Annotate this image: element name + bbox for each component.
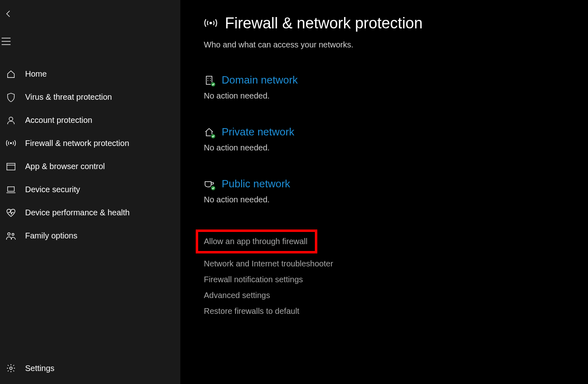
- back-button[interactable]: [3, 4, 23, 24]
- advanced-settings-link[interactable]: Advanced settings: [204, 287, 270, 303]
- network-status: No action needed.: [204, 91, 588, 101]
- public-network-link[interactable]: Public network: [222, 178, 290, 190]
- sidebar-item-app-browser[interactable]: App & browser control: [0, 155, 180, 178]
- domain-network-link[interactable]: Domain network: [222, 74, 298, 86]
- svg-point-8: [8, 233, 10, 235]
- sidebar-item-virus[interactable]: Virus & threat protection: [0, 86, 180, 109]
- network-status: No action needed.: [204, 143, 588, 152]
- sidebar-item-label: Home: [25, 69, 47, 79]
- network-head: Domain network: [204, 74, 588, 86]
- sidebar-item-label: Device security: [25, 185, 80, 194]
- allow-app-link[interactable]: Allow an app through firewall: [204, 237, 308, 246]
- antenna-icon: [6, 138, 16, 149]
- sidebar-item-label: Family options: [25, 231, 77, 240]
- check-badge-icon: [211, 134, 216, 139]
- notification-settings-link[interactable]: Firewall notification settings: [204, 272, 303, 287]
- highlight-allow-app: Allow an app through firewall: [196, 230, 317, 253]
- svg-point-10: [10, 367, 12, 369]
- check-badge-icon: [211, 82, 216, 87]
- network-head: Private network: [204, 126, 588, 138]
- house-icon: [204, 127, 214, 137]
- sidebar-item-label: Firewall & network protection: [25, 139, 129, 148]
- app-root: Home Virus & threat protection Account p…: [0, 0, 588, 384]
- home-icon: [6, 69, 16, 79]
- restore-defaults-link[interactable]: Restore firewalls to default: [204, 303, 299, 319]
- page-title: Firewall & network protection: [225, 15, 423, 32]
- svg-rect-5: [7, 163, 15, 170]
- gear-icon: [6, 363, 16, 373]
- antenna-icon: [204, 17, 218, 30]
- laptop-icon: [6, 184, 16, 195]
- coffee-icon: [204, 179, 214, 189]
- person-icon: [6, 115, 16, 126]
- window-icon: [6, 161, 16, 172]
- hamburger-icon: [1, 36, 11, 47]
- network-head: Public network: [204, 178, 588, 190]
- sidebar-item-label: Account protection: [25, 116, 92, 125]
- sidebar-item-label: App & browser control: [25, 162, 105, 171]
- private-network-link[interactable]: Private network: [222, 126, 294, 138]
- shield-icon: [6, 92, 16, 103]
- back-arrow-icon: [3, 9, 14, 19]
- svg-rect-7: [8, 187, 15, 191]
- sidebar-item-home[interactable]: Home: [0, 62, 180, 86]
- action-links: Allow an app through firewall Network an…: [204, 230, 588, 319]
- network-status: No action needed.: [204, 195, 588, 204]
- sidebar-item-performance[interactable]: Device performance & health: [0, 201, 180, 224]
- svg-point-11: [210, 22, 212, 24]
- page-header: Firewall & network protection: [204, 15, 588, 32]
- troubleshooter-link[interactable]: Network and Internet troubleshooter: [204, 256, 333, 272]
- check-badge-icon: [211, 186, 216, 191]
- sidebar-item-device-security[interactable]: Device security: [0, 178, 180, 201]
- building-icon: [204, 75, 214, 86]
- sidebar-bottom: Settings: [0, 358, 180, 378]
- network-domain: Domain network No action needed.: [204, 74, 588, 101]
- settings-label: Settings: [25, 364, 54, 373]
- sidebar-item-firewall[interactable]: Firewall & network protection: [0, 132, 180, 155]
- heart-icon: [6, 208, 16, 218]
- sidebar-item-label: Virus & threat protection: [25, 92, 112, 102]
- menu-button[interactable]: [1, 32, 20, 51]
- sidebar-item-label: Device performance & health: [25, 208, 130, 217]
- svg-point-3: [9, 117, 13, 120]
- network-private: Private network No action needed.: [204, 126, 588, 152]
- page-subtitle: Who and what can access your networks.: [204, 40, 588, 49]
- svg-point-4: [11, 142, 12, 144]
- sidebar-item-settings[interactable]: Settings: [0, 358, 180, 378]
- sidebar: Home Virus & threat protection Account p…: [0, 0, 180, 384]
- sidebar-item-account[interactable]: Account protection: [0, 109, 180, 132]
- svg-point-9: [12, 233, 14, 235]
- sidebar-item-family[interactable]: Family options: [0, 224, 180, 247]
- network-public: Public network No action needed.: [204, 178, 588, 204]
- family-icon: [6, 231, 16, 241]
- nav-list: Home Virus & threat protection Account p…: [0, 62, 180, 247]
- main-content: Firewall & network protection Who and wh…: [180, 0, 588, 384]
